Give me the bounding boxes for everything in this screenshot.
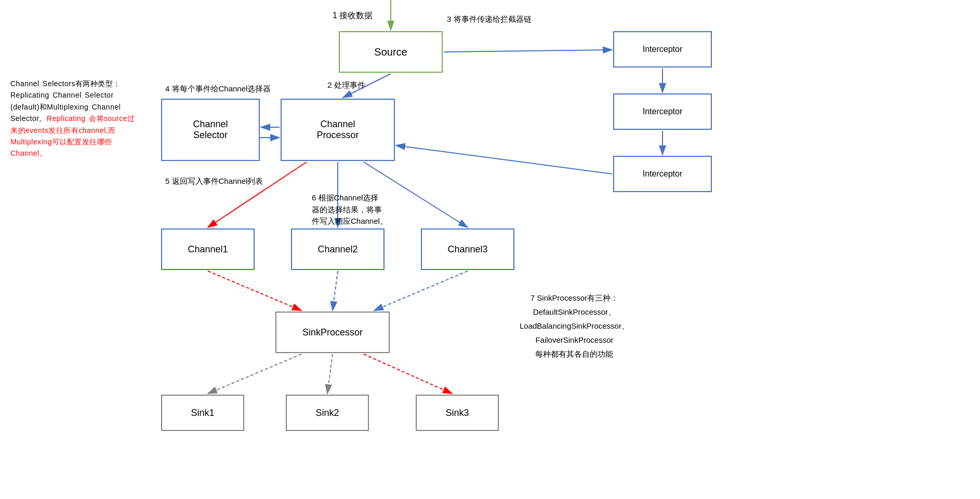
diagram-container: Source ChannelSelector ChannelProcessor …	[0, 0, 980, 499]
step2-label: 2 处理事件	[327, 80, 365, 90]
source-label: Source	[374, 46, 407, 58]
channel-processor-box: ChannelProcessor	[281, 99, 395, 161]
sink-processor-label: SinkProcessor	[302, 327, 363, 338]
sidebar-text-normal: Channel Selectors有两种类型：Replicating Chann…	[10, 79, 135, 157]
source-box: Source	[339, 31, 443, 73]
channel2-box: Channel2	[291, 228, 385, 270]
step5-label: 5 返回写入事件Channel列表	[165, 177, 263, 186]
channel3-label: Channel3	[447, 244, 487, 255]
sidebar-description: Channel Selectors有两种类型：Replicating Chann…	[10, 78, 140, 159]
svg-line-18	[333, 271, 338, 311]
sink3-label: Sink3	[445, 408, 469, 419]
step6-label: 6 根据Channel选择器的选择结果，将事件写入相应Channel。	[312, 192, 388, 227]
sink2-label: Sink2	[315, 408, 339, 419]
svg-line-22	[364, 354, 452, 394]
interceptor1-label: Interceptor	[643, 45, 682, 54]
channel3-box: Channel3	[421, 228, 514, 270]
channel2-label: Channel2	[317, 244, 357, 255]
sink2-box: Sink2	[286, 395, 369, 431]
sink1-box: Sink1	[161, 395, 244, 431]
svg-line-14	[208, 162, 307, 227]
svg-line-17	[208, 271, 301, 311]
interceptor2-box: Interceptor	[613, 93, 712, 130]
channel1-label: Channel1	[188, 244, 228, 255]
interceptor3-box: Interceptor	[613, 156, 712, 192]
svg-line-19	[374, 271, 468, 311]
sink-processor-box: SinkProcessor	[275, 312, 390, 353]
channel1-box: Channel1	[161, 228, 255, 270]
svg-line-21	[327, 354, 333, 394]
step1-label: 1 接收数据	[333, 10, 373, 21]
channel-selector-label: ChannelSelector	[193, 119, 228, 141]
interceptor3-label: Interceptor	[643, 169, 682, 179]
step4-label: 4 将每个事件给Channel选择器	[165, 84, 271, 94]
step3-label: 3 将事件传递给拦截器链	[447, 15, 532, 24]
sink3-box: Sink3	[416, 395, 499, 431]
step7-label: 7 SinkProcessor有三种： DefaultSinkProcessor…	[520, 291, 629, 361]
svg-line-13	[396, 145, 612, 174]
svg-line-20	[208, 354, 301, 394]
sink1-label: Sink1	[191, 408, 214, 419]
svg-line-10	[444, 50, 612, 52]
interceptor2-label: Interceptor	[643, 107, 682, 116]
channel-processor-label: ChannelProcessor	[316, 119, 359, 141]
interceptor1-box: Interceptor	[613, 31, 712, 68]
sidebar-text-red: Replicating 会将source过来的events发往所有channel…	[10, 114, 135, 157]
channel-selector-box: ChannelSelector	[161, 99, 260, 161]
